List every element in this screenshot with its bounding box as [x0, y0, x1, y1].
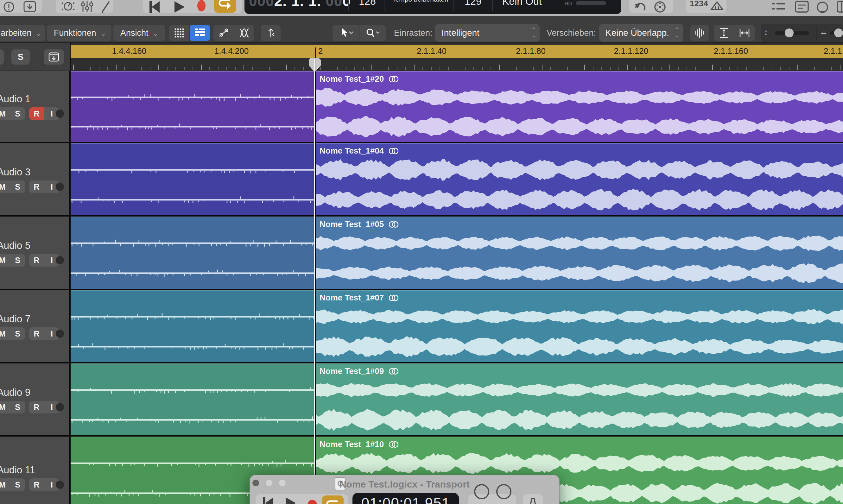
lcd-display[interactable]: 0002. 1. 1. 000 128 Tempo beibehalten 12…	[245, 0, 621, 14]
tempo-dial-icon[interactable]	[474, 484, 489, 499]
solo-all-button[interactable]: S	[12, 49, 30, 65]
go-to-beginning-button[interactable]	[261, 496, 275, 504]
menu-ansicht[interactable]: Ansicht⌄	[113, 25, 165, 41]
audio-region[interactable]	[71, 143, 316, 215]
mixer-faders-icon[interactable]	[80, 1, 94, 13]
pointer-tool-menu[interactable]	[333, 25, 359, 41]
track-header[interactable]: Audio 7 MS RI	[0, 290, 69, 362]
mute-button[interactable]: M	[0, 180, 10, 193]
keyboard-icon[interactable]	[710, 1, 724, 13]
track-onoff-dot[interactable]	[56, 110, 64, 118]
mute-button[interactable]: M	[0, 327, 10, 340]
track-lane[interactable]: Nome Test_1#07	[70, 290, 843, 362]
ruler-label: 2.1.1.120	[614, 46, 648, 56]
track-header[interactable]: Audio 11 MS RI	[0, 436, 69, 504]
side-panel-icon[interactable]	[836, 1, 843, 13]
replay-capture-icon[interactable]	[633, 1, 647, 14]
track-row: Audio 5 MS RI Nome Test_1#05	[0, 217, 843, 289]
ruler-tick	[158, 65, 159, 70]
track-onoff-dot[interactable]	[56, 329, 64, 338]
metronome-icon[interactable]	[61, 1, 75, 13]
audio-region[interactable]	[71, 290, 316, 362]
go-to-beginning-button[interactable]	[147, 1, 162, 14]
move-select[interactable]: Keine Überlapp. ⌃⌄	[599, 24, 683, 42]
waveform-zoom-button[interactable]	[690, 25, 709, 41]
track-lane[interactable]: Nome Test_1#20	[70, 71, 843, 142]
track-onoff-dot[interactable]	[56, 183, 64, 191]
track-header[interactable]: Audio 1 MS RI	[0, 71, 69, 142]
ruler-tick	[704, 67, 704, 70]
mute-button[interactable]: M	[0, 254, 10, 267]
list-editors-icon[interactable]	[771, 1, 786, 13]
track-header[interactable]: Audio 9 MS RI	[0, 363, 69, 435]
grid-view-button[interactable]	[169, 25, 190, 41]
ruler-tick	[372, 65, 372, 70]
cycle-loop-button[interactable]	[214, 0, 236, 13]
solo-button[interactable]: S	[10, 107, 25, 120]
mute-button[interactable]: M	[0, 401, 10, 413]
menu-bearbeiten[interactable]: arbeiten⌄	[0, 25, 45, 41]
metronome-icon[interactable]	[527, 497, 539, 504]
lcd-options-chevron-icon[interactable]: ⌄	[610, 0, 617, 2]
mute-button[interactable]: M	[0, 107, 10, 120]
horizontal-fit-button[interactable]	[734, 25, 755, 41]
transport-float-window[interactable]: Nome Test.logicx - Transport 01:00:01,95…	[250, 475, 560, 504]
play-button[interactable]	[284, 496, 297, 504]
pencil-icon[interactable]	[100, 1, 112, 13]
ruler-tick	[124, 67, 125, 70]
flex-button[interactable]	[234, 25, 254, 41]
solo-button[interactable]: S	[10, 254, 25, 267]
ruler-tick	[303, 67, 304, 70]
cycle-loop-button[interactable]	[322, 496, 344, 504]
notes-panel-icon[interactable]	[794, 1, 809, 13]
audio-region[interactable]	[71, 363, 316, 435]
transport-time-display[interactable]: 01:00:01,951	[353, 493, 459, 504]
ruler-tick	[584, 65, 585, 70]
import-tray-icon[interactable]	[23, 1, 37, 13]
play-button[interactable]	[173, 1, 185, 14]
automation-button[interactable]	[213, 25, 234, 41]
zoom-tool-menu[interactable]	[359, 25, 386, 41]
track-onoff-dot[interactable]	[56, 481, 64, 489]
audio-region[interactable]	[71, 217, 316, 289]
ruler-tick	[602, 67, 602, 70]
record-arm-button[interactable]: R	[29, 327, 44, 340]
solo-button[interactable]: S	[10, 478, 25, 491]
quick-help-icon[interactable]	[2, 1, 15, 13]
track-onoff-dot[interactable]	[56, 256, 64, 264]
vertical-auto-zoom-button[interactable]	[714, 25, 734, 41]
audio-region[interactable]	[71, 71, 316, 142]
track-header[interactable]: Audio 3 MS RI	[0, 143, 69, 215]
record-button[interactable]	[195, 0, 208, 15]
solo-button[interactable]: S	[10, 327, 25, 340]
record-arm-button[interactable]: R	[29, 401, 44, 413]
lcd-tempo-mode[interactable]: Tempo beibehalten	[392, 0, 448, 3]
track-lane[interactable]: Nome Test_1#04	[70, 143, 843, 215]
vertical-zoom-knob[interactable]	[785, 29, 794, 37]
record-arm-button[interactable]: R	[29, 107, 44, 120]
track-import-button[interactable]	[44, 49, 64, 65]
time-dial-icon[interactable]	[496, 484, 512, 499]
stopwatch-icon[interactable]	[815, 1, 830, 14]
split-tool-button[interactable]	[261, 25, 281, 41]
tuner-wheel-icon[interactable]	[653, 1, 667, 14]
track-lane[interactable]: Nome Test_1#05	[70, 217, 843, 289]
track-header[interactable]: Audio 5 MS RI	[0, 217, 69, 289]
horizontal-zoom-knob[interactable]	[834, 29, 843, 37]
mute-all-button[interactable]	[0, 49, 4, 65]
track-name: Audio 3	[0, 166, 31, 178]
record-arm-button[interactable]: R	[29, 254, 44, 267]
record-arm-button[interactable]: R	[29, 478, 44, 491]
ruler-tick	[738, 67, 738, 70]
bar-ruler[interactable]: 1.4.4.160 1.4.4.200 2 2.1.1.40 2.1.1.80 …	[70, 43, 843, 71]
track-lane[interactable]: Nome Test_1#09	[70, 363, 843, 435]
tracks-view-button[interactable]	[190, 25, 210, 41]
mute-button[interactable]: M	[0, 478, 10, 491]
snap-select[interactable]: Intelligent ⌃⌄	[435, 24, 540, 42]
record-arm-button[interactable]: R	[29, 180, 44, 193]
menu-funktionen[interactable]: Funktionen⌄	[47, 25, 111, 41]
count-in-icon[interactable]: 1234	[690, 0, 708, 8]
solo-button[interactable]: S	[10, 401, 25, 413]
track-onoff-dot[interactable]	[56, 403, 64, 411]
solo-button[interactable]: S	[10, 180, 25, 193]
